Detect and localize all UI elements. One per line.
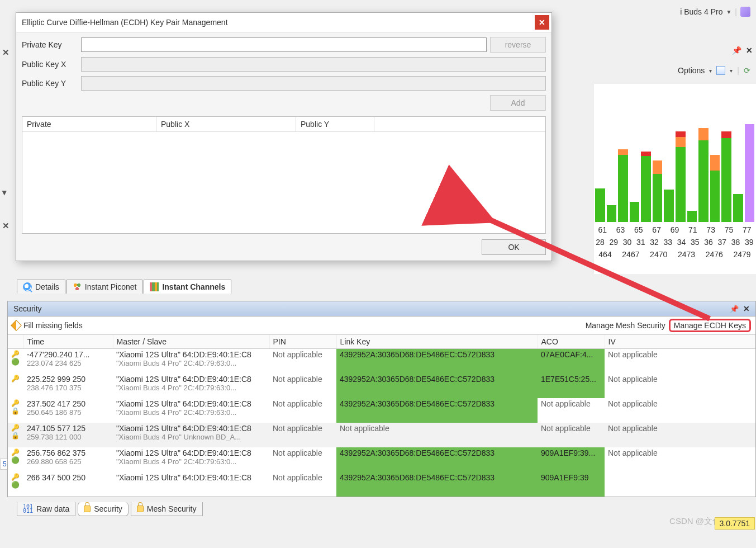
cell-master-slave: "Xiaomi 12S Ultra" 64:DD:E9:40:1E:C8"Xia… (113, 349, 269, 374)
axis-tick: 29 (610, 238, 619, 247)
axis-tick: 61 (598, 225, 607, 234)
chart-bar (733, 194, 743, 222)
tab-details[interactable]: Details (17, 280, 65, 294)
close-button[interactable]: ✕ (535, 15, 549, 30)
channels-icon (150, 282, 159, 291)
close-icon[interactable]: ✕ (743, 304, 750, 313)
col-pin[interactable]: PIN (269, 335, 336, 349)
grid-header-private[interactable]: Private (22, 117, 156, 131)
chart-bar (607, 205, 617, 222)
table-row[interactable]: 🔑225.252 999 250238.476 170 375"Xiaomi 1… (8, 374, 755, 398)
chart-bar (745, 124, 755, 222)
cell-iv: Not applicable (605, 423, 755, 447)
options-row: Options ▾ ▾ | ⟳ (678, 66, 750, 75)
ok-button[interactable]: OK (482, 239, 546, 255)
table-row[interactable]: 🔑🔒237.502 417 250250.645 186 875"Xiaomi … (8, 398, 755, 423)
cell-link-key: Not applicable (336, 423, 538, 447)
cell-aco: Not applicable (538, 398, 605, 423)
grid-header-public-x[interactable]: Public X (156, 117, 296, 131)
table-row[interactable]: 🔑🟢-477'290.240 17...223.074 234 625"Xiao… (8, 349, 755, 374)
cell-pin: Not applicable (269, 423, 336, 447)
cell-time: -477'290.240 17...223.074 234 625 (23, 349, 113, 374)
reverse-button[interactable]: reverse (490, 37, 546, 53)
cube-icon[interactable] (740, 7, 750, 17)
table-row[interactable]: 🔑🟢266 347 500 250"Xiaomi 12S Ultra" 64:D… (8, 472, 755, 497)
axis-tick: 65 (634, 225, 643, 234)
cell-master-slave: "Xiaomi 12S Ultra" 64:DD:E9:40:1E:C8"Xia… (113, 447, 269, 472)
cell-iv: Not applicable (605, 349, 755, 374)
chart-bar (595, 188, 605, 222)
refresh-icon[interactable]: ⟳ (744, 66, 750, 75)
col-aco[interactable]: ACO (538, 335, 605, 349)
pin-icon[interactable]: 📌 (730, 305, 739, 313)
col-time[interactable]: Time (23, 335, 113, 349)
private-key-label: Private Key (22, 40, 78, 49)
public-key-x-input (81, 57, 546, 72)
close-icon[interactable]: ✕ (2, 221, 9, 231)
pin-icon[interactable]: 📌 (732, 46, 741, 55)
public-key-x-label: Public Key X (22, 60, 78, 69)
security-table: Time Master / Slave PIN Link Key ACO IV … (8, 335, 755, 497)
dialog-title: Elliptic Curve Diffie-Hellman (ECDH) Key… (22, 18, 228, 27)
axis-tick: 73 (706, 225, 715, 234)
axis-tick: 36 (704, 238, 713, 247)
key-icon: 🔑🟢 (8, 447, 23, 472)
cell-link-key: 4392952A:30365D68:DE5486EC:C572D833 (336, 447, 538, 472)
security-panel: Security 📌✕ Fill missing fields Manage M… (7, 301, 756, 497)
axis-tick: 39 (745, 238, 754, 247)
cell-time: 256.756 862 375269.880 658 625 (23, 447, 113, 472)
options-label[interactable]: Options (678, 66, 705, 75)
grid-header-public-y[interactable]: Public Y (296, 117, 374, 131)
col-master-slave[interactable]: Master / Slave (113, 335, 269, 349)
security-title: Security (13, 304, 42, 313)
close-icon[interactable]: ✕ (2, 48, 9, 58)
axis-tick: 464 (598, 250, 611, 259)
cell-master-slave: "Xiaomi 12S Ultra" 64:DD:E9:40:1E:C8"Xia… (113, 374, 269, 398)
fill-missing-fields[interactable]: Fill missing fields (12, 321, 83, 330)
tab-instant-channels[interactable]: Instant Channels (144, 280, 231, 294)
ecdh-dialog: Elliptic Curve Diffie-Hellman (ECDH) Key… (16, 12, 552, 261)
cell-time: 247.105 577 125259.738 121 000 (23, 423, 113, 447)
manage-ecdh-keys[interactable]: Manage ECDH Keys (669, 319, 751, 332)
cell-iv: Not applicable (605, 447, 755, 472)
close-icon[interactable]: ✕ (746, 46, 753, 55)
cell-aco: 1E7E51C5:25... (538, 374, 605, 398)
pencil-icon (11, 320, 22, 331)
add-button[interactable]: Add (490, 95, 546, 111)
export-icon[interactable] (716, 66, 725, 75)
col-link-key[interactable]: Link Key (336, 335, 538, 349)
cell-aco: 909A1EF9:39... (538, 447, 605, 472)
table-row[interactable]: 🔑🔒247.105 577 125259.738 121 000"Xiaomi … (8, 423, 755, 447)
chevron-down-icon[interactable]: ▾ (730, 68, 733, 74)
lock-icon (84, 506, 91, 512)
cell-link-key: 4392952A:30365D68:DE5486EC:C572D833 (336, 472, 538, 497)
cell-iv: Not applicable (605, 374, 755, 398)
chevron-down-icon[interactable]: ▼ (726, 9, 731, 15)
cell-pin: Not applicable (269, 447, 336, 472)
manage-mesh-security[interactable]: Manage Mesh Security (586, 321, 665, 330)
tab-instant-piconet[interactable]: Instant Piconet (66, 280, 143, 294)
tab-security[interactable]: Security (78, 502, 129, 516)
axis-tick: 63 (616, 225, 625, 234)
tab-mesh-security[interactable]: Mesh Security (131, 502, 203, 516)
public-key-y-input (81, 76, 546, 91)
key-icon: 🔑🔒 (8, 423, 23, 447)
axis-tick: 31 (636, 238, 645, 247)
bottom-tab-bar: 101011Raw data Security Mesh Security (17, 502, 203, 516)
cell-master-slave: "Xiaomi 12S Ultra" 64:DD:E9:40:1E:C8 (113, 472, 269, 497)
axis-tick: 2467 (622, 250, 639, 259)
axis-tick: 30 (623, 238, 632, 247)
private-key-input[interactable] (81, 37, 487, 52)
chevron-down-icon[interactable]: ▾ (2, 187, 7, 197)
tab-raw-data[interactable]: 101011Raw data (17, 502, 75, 516)
table-row[interactable]: 🔑🟢256.756 862 375269.880 658 625"Xiaomi … (8, 447, 755, 472)
chart-bar (618, 149, 628, 222)
chevron-down-icon[interactable]: ▾ (709, 68, 712, 74)
chart-bar (653, 160, 663, 222)
cell-time: 266 347 500 250 (23, 472, 113, 497)
col-iv[interactable]: IV (605, 335, 755, 349)
cell-pin: Not applicable (269, 472, 336, 497)
axis-tick: 2476 (706, 250, 723, 259)
device-name: i Buds 4 Pro (680, 7, 722, 16)
axis-tick: 33 (664, 238, 673, 247)
